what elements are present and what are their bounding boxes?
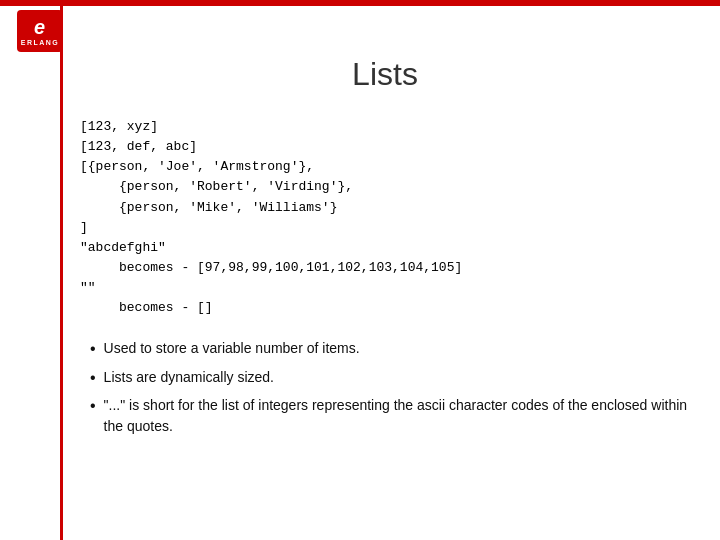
code-line-5: {person, 'Mike', 'Williams'} (80, 198, 700, 218)
bullet-item-1: • Used to store a variable number of ite… (90, 338, 700, 360)
code-line-8: becomes - [97,98,99,100,101,102,103,104,… (80, 258, 700, 278)
code-line-1: [123, xyz] (80, 117, 700, 137)
bullets-section: • Used to store a variable number of ite… (70, 338, 700, 437)
code-block: [123, xyz] [123, def, abc] [{person, 'Jo… (70, 117, 700, 318)
code-line-9: "" (80, 278, 700, 298)
bullet-dot-1: • (90, 338, 96, 360)
logo-text: ERLANG (21, 39, 60, 46)
bullet-text-3: "..." is short for the list of integers … (104, 395, 700, 437)
code-line-2: [123, def, abc] (80, 137, 700, 157)
logo-area: e ERLANG (10, 6, 70, 56)
bullet-text-1: Used to store a variable number of items… (104, 338, 700, 359)
left-vertical-line (60, 0, 63, 540)
bullet-item-3: • "..." is short for the list of integer… (90, 395, 700, 437)
bullet-text-2: Lists are dynamically sized. (104, 367, 700, 388)
erlang-logo: e ERLANG (17, 10, 63, 52)
logo-letter: e (34, 17, 46, 37)
code-line-4: {person, 'Robert', 'Virding'}, (80, 177, 700, 197)
bullet-item-2: • Lists are dynamically sized. (90, 367, 700, 389)
main-content: Lists [123, xyz] [123, def, abc] [{perso… (70, 56, 700, 520)
code-line-7: "abcdefghi" (80, 238, 700, 258)
code-line-3: [{person, 'Joe', 'Armstrong'}, (80, 157, 700, 177)
bullet-dot-2: • (90, 367, 96, 389)
page-title: Lists (70, 56, 700, 93)
code-line-6: ] (80, 218, 700, 238)
top-bar (0, 0, 720, 6)
code-line-10: becomes - [] (80, 298, 700, 318)
bullet-dot-3: • (90, 395, 96, 417)
